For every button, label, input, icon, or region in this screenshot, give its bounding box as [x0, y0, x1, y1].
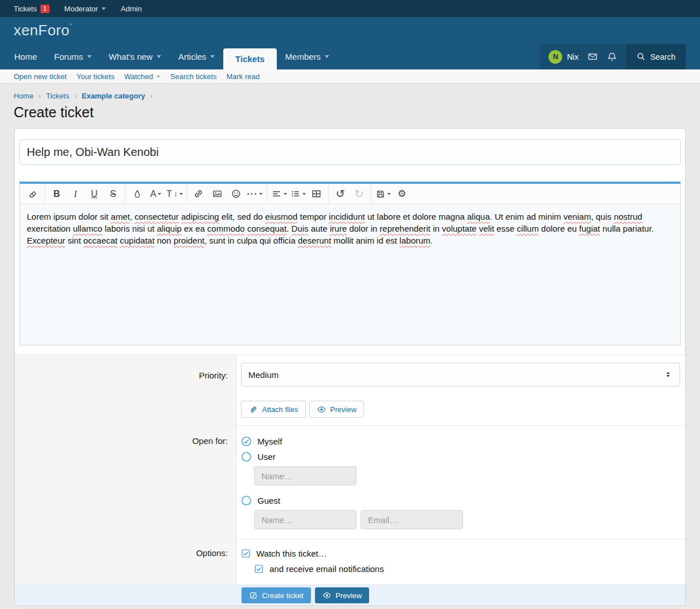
italic-button[interactable]: I: [66, 184, 85, 204]
sub-nav: Open new ticket Your tickets Watched Sea…: [0, 69, 700, 84]
site-header: xenForo°: [0, 17, 700, 44]
chevron-down-icon: [302, 193, 306, 195]
xenforo-logo[interactable]: xenForo°: [14, 22, 72, 39]
select-arrows-icon: [664, 370, 673, 379]
nav-whats-new[interactable]: What's new: [100, 44, 170, 69]
insert-image-button[interactable]: [208, 184, 227, 204]
nav-spacer: [338, 44, 540, 69]
guest-inputs: [254, 510, 680, 529]
preview-button[interactable]: Preview: [309, 401, 364, 418]
font-size-button[interactable]: T↕: [165, 184, 184, 204]
editor-actions: Attach files Preview: [241, 401, 680, 425]
more-options-button[interactable]: ···: [245, 184, 264, 204]
topbar-tickets-link[interactable]: Tickets 1: [14, 5, 50, 13]
nav-members[interactable]: Members: [277, 44, 338, 69]
strikethrough-button[interactable]: S: [104, 184, 122, 204]
form-rows: Priority: Medium Attach files Preview: [15, 355, 685, 585]
arrows-vertical-icon: ↕: [174, 190, 178, 198]
options-label: Options:: [15, 539, 236, 585]
card-top: B I U S A T↕ ··· ↺ ↻: [15, 129, 685, 345]
topbar-admin-link[interactable]: Admin: [121, 5, 142, 13]
insert-table-button[interactable]: [307, 184, 326, 204]
editor-body[interactable]: Lorem ipsum dolor sit amet, consectetur …: [20, 204, 680, 345]
alerts-button[interactable]: [607, 51, 617, 62]
underline-button[interactable]: U: [85, 184, 104, 204]
checkbox-checked-icon: [254, 564, 264, 574]
subnav-search-tickets[interactable]: Search tickets: [170, 72, 217, 81]
chevron-down-icon: [101, 7, 106, 10]
priority-row: Priority: Medium Attach files Preview: [15, 355, 685, 425]
bell-icon: [607, 51, 617, 62]
chevron-right-icon: ›: [74, 92, 76, 100]
nav-articles[interactable]: Articles: [170, 44, 223, 69]
subnav-mark-read[interactable]: Mark read: [226, 72, 260, 81]
user-panel: N Nix: [540, 44, 625, 69]
page-title: Create ticket: [14, 104, 686, 121]
breadcrumb-tickets[interactable]: Tickets: [46, 92, 69, 100]
toolbar-divider: [267, 184, 267, 204]
font-family-button[interactable]: A: [146, 184, 165, 204]
user-name-input[interactable]: [254, 466, 357, 485]
editor-toolbar: B I U S A T↕ ··· ↺ ↻: [20, 184, 680, 204]
nav-home[interactable]: Home: [6, 44, 46, 69]
insert-link-button[interactable]: [189, 184, 208, 204]
eraser-icon: [27, 188, 38, 199]
redo-button[interactable]: ↻: [350, 184, 369, 204]
smilies-button[interactable]: [227, 184, 245, 204]
preview-submit-button[interactable]: Preview: [315, 587, 369, 603]
ticket-title-input[interactable]: [19, 139, 681, 165]
watch-ticket-checkbox[interactable]: Watch this ticket…: [241, 548, 680, 558]
link-icon: [193, 188, 204, 199]
editor-settings-button[interactable]: ⚙: [392, 184, 411, 204]
floppy-disk-icon: [375, 189, 386, 199]
topbar-admin-label: Admin: [121, 5, 142, 13]
undo-button[interactable]: ↺: [331, 184, 350, 204]
subnav-watched[interactable]: Watched: [124, 72, 161, 81]
radio-unchecked-icon: [241, 495, 252, 506]
remove-format-button[interactable]: [23, 184, 42, 204]
username: Nix: [567, 52, 578, 61]
alignment-button[interactable]: [269, 184, 288, 204]
radio-myself[interactable]: Myself: [241, 436, 680, 446]
list-button[interactable]: [288, 184, 307, 204]
attach-files-button[interactable]: Attach files: [241, 401, 306, 418]
guest-name-input[interactable]: [254, 510, 357, 529]
subnav-your-tickets[interactable]: Your tickets: [76, 72, 114, 81]
account-menu[interactable]: N Nix: [548, 50, 578, 64]
breadcrumb-example-category[interactable]: Example category: [81, 92, 145, 100]
chevron-down-icon: [210, 55, 215, 58]
conversations-button[interactable]: [587, 51, 598, 62]
radio-checked-icon: [241, 436, 252, 447]
nav-tickets-active[interactable]: Tickets: [223, 48, 276, 69]
radio-user[interactable]: User: [241, 451, 680, 462]
envelope-icon: [587, 51, 598, 62]
toolbar-divider: [44, 184, 45, 204]
chevron-right-icon: ›: [39, 92, 41, 100]
chevron-down-icon: [284, 193, 287, 195]
toolbar-divider: [125, 184, 125, 204]
chevron-down-icon: [325, 55, 329, 58]
eye-icon: [322, 591, 331, 600]
guest-email-input[interactable]: [361, 510, 463, 529]
search-button[interactable]: Search: [626, 44, 686, 69]
toolbar-divider: [371, 184, 371, 204]
breadcrumb-home[interactable]: Home: [14, 92, 34, 100]
droplet-icon: [132, 189, 142, 199]
open-for-row: Open for: Myself User Guest: [15, 425, 685, 539]
email-notifications-checkbox[interactable]: and receive email notifications: [254, 563, 680, 574]
breadcrumb: Home › Tickets › Example category ›: [14, 92, 686, 100]
priority-select[interactable]: Medium: [241, 363, 680, 386]
admin-toolbar: Tickets 1 Moderator Admin: [0, 0, 700, 17]
nav-forums[interactable]: Forums: [46, 44, 100, 69]
create-ticket-button[interactable]: Create ticket: [241, 587, 311, 603]
topbar-moderator-label: Moderator: [64, 5, 98, 13]
text-color-button[interactable]: [128, 184, 146, 204]
topbar-moderator-menu[interactable]: Moderator: [64, 5, 106, 13]
rich-text-editor: B I U S A T↕ ··· ↺ ↻: [19, 182, 681, 345]
main-nav: Home Forums What's new Articles Tickets …: [0, 44, 700, 69]
options-row: Options: Watch this ticket… and receive …: [15, 539, 685, 585]
radio-guest[interactable]: Guest: [241, 495, 680, 505]
bold-button[interactable]: B: [47, 184, 66, 204]
subnav-open-new-ticket[interactable]: Open new ticket: [14, 72, 67, 81]
drafts-button[interactable]: [374, 184, 392, 204]
